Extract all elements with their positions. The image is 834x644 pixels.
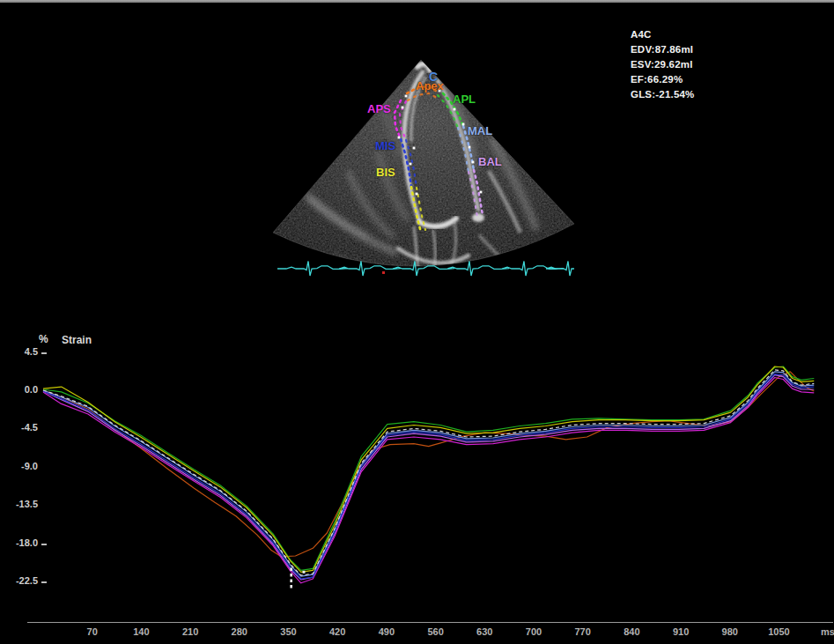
x-tick-label: 70 bbox=[75, 626, 110, 637]
strain-curve-average bbox=[43, 370, 814, 575]
y-tick-label: -4.5 bbox=[0, 422, 38, 433]
y-tick-label: -13.5 bbox=[0, 499, 38, 509]
esv-value: ESV:29.62ml bbox=[631, 57, 695, 72]
x-axis-unit: ms bbox=[821, 626, 834, 637]
measurement-panel: A4C EDV:87.86ml ESV:29.62ml EF:66.29% GL… bbox=[631, 27, 695, 102]
avc-marker-dot bbox=[303, 571, 306, 574]
ecg-cursor-mark bbox=[382, 271, 385, 274]
x-tick-label: 840 bbox=[614, 626, 649, 637]
y-axis-unit: % bbox=[39, 333, 48, 345]
view-label: A4C bbox=[631, 27, 695, 42]
segment-label-apex: Apex bbox=[416, 79, 444, 93]
x-tick-label: 350 bbox=[270, 626, 306, 637]
x-tick-label: 980 bbox=[712, 626, 748, 637]
echo-strain-analysis-screen: A4C EDV:87.86ml ESV:29.62ml EF:66.29% GL… bbox=[0, 0, 834, 644]
x-tick-label: 420 bbox=[320, 626, 355, 637]
y-tick-label: -18.0 bbox=[0, 537, 38, 548]
x-tick-label: 1050 bbox=[761, 626, 796, 637]
segment-label-mis: MIS bbox=[375, 139, 395, 152]
strain-curves bbox=[43, 366, 814, 583]
gls-value: GLS:-21.54% bbox=[631, 87, 695, 102]
x-tick-label: 280 bbox=[222, 626, 257, 637]
x-tick-label: 490 bbox=[369, 626, 404, 637]
y-tick-label: 4.5 bbox=[0, 346, 38, 357]
y-tick-label: -22.5 bbox=[0, 575, 38, 586]
scene-canvas bbox=[0, 0, 834, 644]
strain-curve-bal bbox=[43, 375, 814, 580]
x-tick-label: 700 bbox=[516, 626, 551, 637]
ef-value: EF:66.29% bbox=[631, 72, 695, 87]
strain-curve-aps bbox=[43, 378, 814, 583]
window-top-bar bbox=[0, 0, 834, 3]
x-tick-label: 630 bbox=[467, 626, 502, 637]
segment-label-apl: APL bbox=[453, 93, 476, 106]
x-tick-label: 140 bbox=[123, 626, 159, 637]
segment-label-bis: BIS bbox=[376, 166, 395, 179]
segment-label-aps: APS bbox=[367, 102, 391, 115]
x-tick-label: 560 bbox=[418, 626, 454, 637]
segment-label-mal: MAL bbox=[468, 124, 492, 137]
x-axis-line bbox=[27, 622, 833, 623]
strain-curve-mis bbox=[43, 374, 814, 579]
strain-curve-apl bbox=[43, 366, 814, 570]
x-tick-label: 210 bbox=[173, 626, 208, 637]
x-tick-label: 910 bbox=[663, 626, 698, 637]
chart-title: Strain bbox=[62, 334, 92, 346]
edv-value: EDV:87.86ml bbox=[631, 42, 695, 57]
strain-curve-mal bbox=[43, 372, 814, 576]
strain-curve-apex bbox=[43, 372, 814, 557]
y-tick-label: 0.0 bbox=[0, 384, 38, 395]
strain-curve-bis bbox=[43, 366, 814, 572]
x-tick-label: 770 bbox=[565, 626, 601, 637]
y-tick-label: -9.0 bbox=[0, 461, 38, 471]
segment-label-bal: BAL bbox=[478, 155, 502, 168]
